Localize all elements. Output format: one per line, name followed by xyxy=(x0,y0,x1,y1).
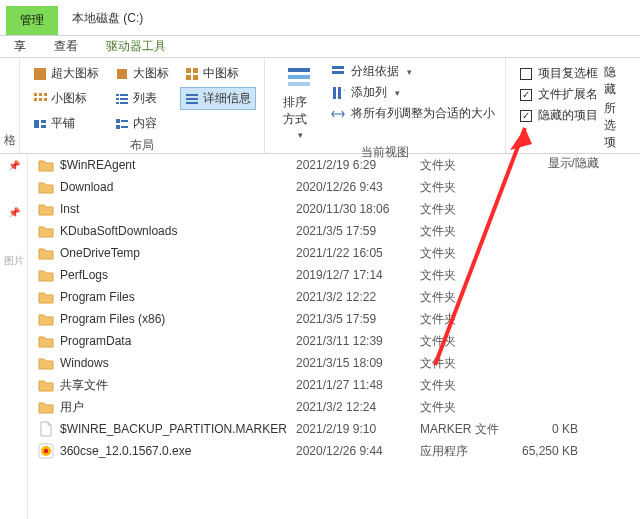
svg-rect-15 xyxy=(120,98,128,100)
file-date: 2021/2/19 9:10 xyxy=(296,422,420,436)
hide-selected-button[interactable]: 隐藏 所选项 xyxy=(600,62,632,153)
file-size: 65,250 KB xyxy=(510,444,590,458)
tab-view[interactable]: 查看 xyxy=(40,36,92,57)
file-icon xyxy=(38,421,54,437)
file-name: 用户 xyxy=(60,399,84,416)
item-checkboxes-toggle[interactable]: 项目复选框 xyxy=(518,64,600,83)
svg-rect-9 xyxy=(34,98,37,101)
svg-rect-28 xyxy=(288,68,310,72)
add-columns-button[interactable]: +添加列▾ xyxy=(329,83,497,102)
window-title: 本地磁盘 (C:) xyxy=(58,10,143,35)
svg-rect-4 xyxy=(186,75,191,80)
svg-rect-33 xyxy=(333,87,336,99)
file-type: 文件夹 xyxy=(420,289,510,306)
fit-columns-icon xyxy=(331,107,345,121)
title-bar: 管理 本地磁盘 (C:) xyxy=(0,0,640,36)
table-row[interactable]: Windows2021/3/15 18:09文件夹 xyxy=(28,352,640,374)
file-name: $WINRE_BACKUP_PARTITION.MARKER xyxy=(60,422,287,436)
ribbon-tabs: 享 查看 驱动器工具 xyxy=(0,36,640,58)
nav-photos-label[interactable]: 图片 xyxy=(4,254,24,268)
table-row[interactable]: Program Files2021/3/2 12:22文件夹 xyxy=(28,286,640,308)
svg-rect-27 xyxy=(121,126,128,128)
folder-icon xyxy=(38,377,54,393)
table-row[interactable]: Program Files (x86)2021/3/5 17:59文件夹 xyxy=(28,308,640,330)
pin-icon: 📌 xyxy=(8,207,20,218)
table-row[interactable]: 360cse_12.0.1567.0.exe2020/12/26 9:44应用程… xyxy=(28,440,640,462)
hidden-items-toggle[interactable]: ✓隐藏的项目 xyxy=(518,106,600,125)
file-type: 文件夹 xyxy=(420,223,510,240)
table-row[interactable]: Download2020/12/26 9:43文件夹 xyxy=(28,176,640,198)
nav-gutter: 📌 📌 图片 xyxy=(0,154,28,519)
folder-icon xyxy=(38,399,54,415)
svg-rect-8 xyxy=(44,93,47,96)
file-type: 文件夹 xyxy=(420,157,510,174)
pin-icon: 📌 xyxy=(8,160,20,171)
file-name: PerfLogs xyxy=(60,268,108,282)
table-row[interactable]: OneDriveTemp2021/1/22 16:05文件夹 xyxy=(28,242,640,264)
file-type: MARKER 文件 xyxy=(420,421,510,438)
folder-icon xyxy=(38,179,54,195)
layout-tiles[interactable]: 平铺 xyxy=(28,112,104,135)
file-type: 文件夹 xyxy=(420,245,510,262)
file-name: ProgramData xyxy=(60,334,131,348)
layout-extra-large-icons[interactable]: 超大图标 xyxy=(28,62,104,85)
table-row[interactable]: KDubaSoftDownloads2021/3/5 17:59文件夹 xyxy=(28,220,640,242)
table-row[interactable]: Inst2020/11/30 18:06文件夹 xyxy=(28,198,640,220)
table-row[interactable]: 共享文件2021/1/27 11:48文件夹 xyxy=(28,374,640,396)
folder-icon xyxy=(38,333,54,349)
ribbon: 格 超大图标 大图标 中图标 小图标 列表 详细信息 平铺 内容 布局 xyxy=(0,58,640,154)
svg-rect-20 xyxy=(186,102,198,104)
checkbox-checked-icon: ✓ xyxy=(520,110,532,122)
tab-drive-tools[interactable]: 驱动器工具 xyxy=(92,36,180,57)
table-row[interactable]: PerfLogs2019/12/7 17:14文件夹 xyxy=(28,264,640,286)
file-date: 2021/1/27 11:48 xyxy=(296,378,420,392)
file-name: 共享文件 xyxy=(60,377,108,394)
svg-rect-30 xyxy=(288,82,310,86)
svg-text:+: + xyxy=(343,86,345,95)
tab-share[interactable]: 享 xyxy=(0,36,40,57)
svg-rect-2 xyxy=(186,68,191,73)
layout-small-icons[interactable]: 小图标 xyxy=(28,87,104,110)
ribbon-group-layout: 超大图标 大图标 中图标 小图标 列表 详细信息 平铺 内容 布局 xyxy=(20,58,265,153)
svg-rect-11 xyxy=(44,98,47,101)
group-label-cell: 格 xyxy=(2,130,17,153)
tiles-icon xyxy=(33,117,47,131)
svg-rect-29 xyxy=(288,75,310,79)
folder-icon xyxy=(38,355,54,371)
file-date: 2021/3/2 12:24 xyxy=(296,400,420,414)
file-date: 2021/3/5 17:59 xyxy=(296,224,420,238)
sort-button[interactable]: 排序方式 ▾ xyxy=(273,62,325,142)
icons-grid-icon xyxy=(185,67,199,81)
layout-large-icons[interactable]: 大图标 xyxy=(110,62,174,85)
svg-rect-17 xyxy=(120,102,128,104)
svg-rect-10 xyxy=(39,98,42,101)
exe-icon xyxy=(38,443,54,459)
tab-manage[interactable]: 管理 xyxy=(6,6,58,35)
file-type: 文件夹 xyxy=(420,355,510,372)
file-extensions-toggle[interactable]: ✓文件扩展名 xyxy=(518,85,600,104)
file-type: 文件夹 xyxy=(420,333,510,350)
icons-grid-icon xyxy=(33,67,47,81)
file-type: 文件夹 xyxy=(420,201,510,218)
table-row[interactable]: $WinREAgent2021/2/19 6:29文件夹 xyxy=(28,154,640,176)
group-by-button[interactable]: 分组依据▾ xyxy=(329,62,497,81)
svg-rect-6 xyxy=(34,93,37,96)
content-icon xyxy=(115,117,129,131)
fit-columns-button[interactable]: 将所有列调整为合适的大小 xyxy=(329,104,497,123)
list-icon xyxy=(115,92,129,106)
add-column-icon: + xyxy=(331,86,345,100)
file-date: 2020/12/26 9:43 xyxy=(296,180,420,194)
table-row[interactable]: 用户2021/3/2 12:24文件夹 xyxy=(28,396,640,418)
layout-medium-icons[interactable]: 中图标 xyxy=(180,62,256,85)
checkbox-icon xyxy=(520,68,532,80)
svg-rect-13 xyxy=(120,94,128,96)
ribbon-group-current-view: 排序方式 ▾ 分组依据▾ +添加列▾ 将所有列调整为合适的大小 当前视图 xyxy=(265,58,506,153)
table-row[interactable]: $WINRE_BACKUP_PARTITION.MARKER2021/2/19 … xyxy=(28,418,640,440)
layout-content[interactable]: 内容 xyxy=(110,112,174,135)
table-row[interactable]: ProgramData2021/3/11 12:39文件夹 xyxy=(28,330,640,352)
file-list[interactable]: $WinREAgent2021/2/19 6:29文件夹Download2020… xyxy=(28,154,640,519)
layout-list[interactable]: 列表 xyxy=(110,87,174,110)
file-date: 2021/3/11 12:39 xyxy=(296,334,420,348)
file-date: 2021/3/15 18:09 xyxy=(296,356,420,370)
layout-details[interactable]: 详细信息 xyxy=(180,87,256,110)
